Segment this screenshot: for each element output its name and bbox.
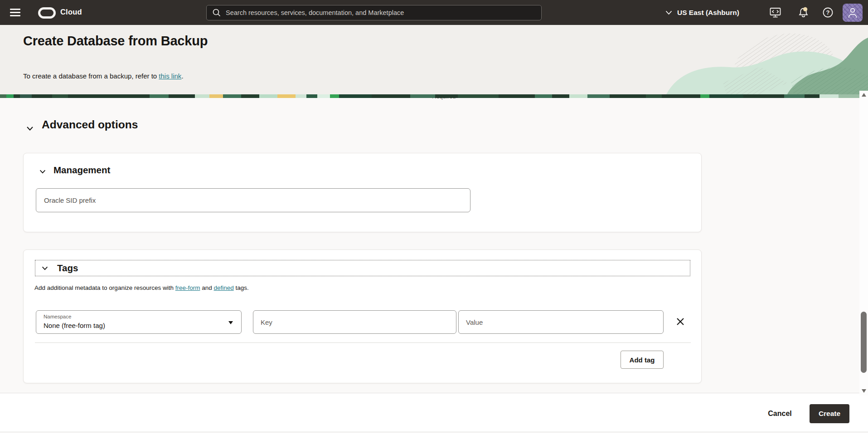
- tag-namespace-select[interactable]: Namespace None (free-form tag): [36, 310, 242, 334]
- create-button[interactable]: Create: [810, 404, 849, 423]
- region-selector[interactable]: US East (Ashburn): [665, 0, 739, 25]
- decorative-illustration: [641, 25, 868, 94]
- bottom-divider: [0, 432, 868, 432]
- namespace-value: None (free-form tag): [44, 322, 105, 329]
- tags-section-header[interactable]: Tags: [35, 260, 690, 276]
- close-icon: [676, 318, 684, 326]
- oracle-cloud-console: Cloud US East (Ashburn): [0, 0, 868, 435]
- advanced-options-chevron-icon[interactable]: [25, 124, 34, 133]
- user-menu-avatar[interactable]: [843, 4, 863, 22]
- hamburger-menu-icon[interactable]: [10, 9, 20, 17]
- page-header: Create Database from Backup To create a …: [0, 25, 868, 94]
- help-icon[interactable]: ?: [822, 6, 834, 19]
- cloud-shell-icon[interactable]: [769, 6, 781, 19]
- tag-value-field: [458, 310, 664, 334]
- tags-chevron-icon[interactable]: [41, 264, 49, 272]
- free-form-link[interactable]: free-form: [175, 284, 200, 291]
- search-input[interactable]: [226, 9, 536, 16]
- page-subtitle: To create a database from a backup, refe…: [23, 72, 184, 80]
- this-link[interactable]: this link: [159, 72, 181, 80]
- chevron-down-icon: [665, 10, 672, 15]
- cancel-button[interactable]: Cancel: [763, 404, 797, 423]
- tag-row-divider: [35, 342, 691, 343]
- region-label: US East (Ashburn): [677, 9, 739, 17]
- remove-tag-button[interactable]: [674, 315, 687, 329]
- tag-key-field: [253, 310, 456, 334]
- top-navigation-bar: Cloud US East (Ashburn): [0, 0, 868, 25]
- dropdown-caret-icon: [228, 321, 233, 324]
- oracle-logo-icon[interactable]: [38, 7, 56, 19]
- defined-link[interactable]: defined: [213, 284, 233, 291]
- management-card: Management Oracle SID prefix: [23, 153, 702, 232]
- scrolled-banner-strip: [0, 94, 859, 98]
- global-search-bar[interactable]: [206, 5, 542, 20]
- management-title: Management: [53, 165, 110, 176]
- notification-dot: [803, 7, 807, 11]
- user-icon: [847, 7, 858, 19]
- page-title: Create Database from Backup: [23, 34, 208, 49]
- advanced-options-title: Advanced options: [42, 118, 138, 131]
- oracle-sid-prefix-input[interactable]: Oracle SID prefix: [36, 188, 470, 212]
- tags-title: Tags: [57, 263, 78, 274]
- search-icon: [212, 8, 221, 17]
- clipped-required-label: Required: [432, 98, 464, 101]
- scrollbar-down-arrow[interactable]: [862, 389, 866, 393]
- svg-text:?: ?: [826, 9, 830, 16]
- notifications-bell-icon[interactable]: [797, 6, 810, 19]
- namespace-label: Namespace: [44, 314, 71, 319]
- subtitle-period: .: [181, 72, 183, 80]
- brand-label: Cloud: [60, 8, 82, 16]
- scrollbar-thumb[interactable]: [861, 312, 867, 373]
- tag-key-input[interactable]: [253, 311, 456, 333]
- tag-value-input[interactable]: [459, 311, 663, 333]
- scrollbar-up-arrow[interactable]: [862, 93, 866, 97]
- tags-description: Add additional metadata to organize reso…: [34, 284, 249, 291]
- action-footer: Cancel Create: [0, 393, 868, 435]
- oracle-sid-prefix-label: Oracle SID prefix: [44, 196, 96, 204]
- add-tag-button[interactable]: Add tag: [621, 351, 664, 369]
- management-chevron-icon[interactable]: [39, 167, 47, 176]
- tags-card: Tags Add additional metadata to organize…: [23, 249, 702, 383]
- subtitle-text: To create a database from a backup, refe…: [23, 72, 159, 80]
